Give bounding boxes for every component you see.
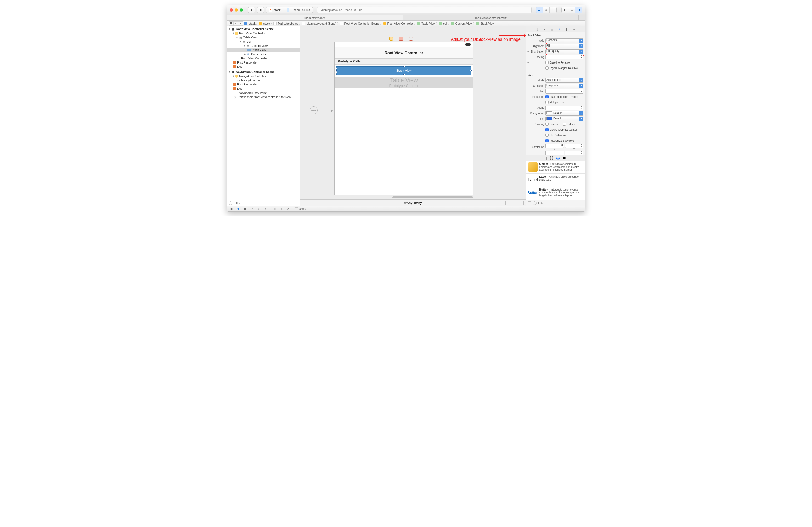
simulate-location-button[interactable]: ➤ xyxy=(286,207,291,211)
spacing-field[interactable]: 0▲▼ xyxy=(546,55,583,59)
stretch-y-field[interactable]: 0▲▼ xyxy=(565,144,584,148)
run-button[interactable]: ▶ xyxy=(248,7,255,13)
library-filter-input[interactable] xyxy=(538,201,583,205)
viewcontroller-indicator-icon[interactable] xyxy=(389,37,393,41)
step-out-button[interactable]: ↑ xyxy=(263,207,268,211)
resize-handle-left[interactable] xyxy=(336,70,337,71)
breakpoints-button[interactable]: ⬢ xyxy=(236,207,241,211)
clears-checkbox[interactable]: ✓Clears Graphics Context xyxy=(546,127,583,132)
clip-checkbox[interactable]: Clip Subviews xyxy=(546,133,583,137)
opaque-checkbox[interactable]: Opaque xyxy=(546,122,559,126)
zoom-window-button[interactable] xyxy=(240,9,243,12)
debug-process-selector[interactable]: stack xyxy=(295,207,306,210)
pause-button[interactable]: ▮▮ xyxy=(243,207,247,211)
multiple-touch-checkbox[interactable]: Multiple Touch xyxy=(546,100,583,104)
alignment-select[interactable]: Fill▾ xyxy=(546,44,583,48)
nav-bar[interactable]: Root View Controller xyxy=(335,47,473,59)
segue-handle[interactable]: ⟿ xyxy=(310,106,318,114)
size-inspector-tab[interactable]: ▮ xyxy=(564,27,569,31)
align-button[interactable] xyxy=(505,200,510,205)
object-library-tab[interactable]: ◎ xyxy=(556,155,560,161)
canvas[interactable]: Adjust your UIStackView as on image ⟿ Ro… xyxy=(300,26,526,206)
outline-filter-input[interactable] xyxy=(234,201,299,205)
minimize-window-button[interactable] xyxy=(235,9,238,12)
hidden-checkbox[interactable]: Hidden xyxy=(563,122,575,126)
resize-handle-right[interactable] xyxy=(470,70,472,71)
contentview-row[interactable]: ▼▭Content View xyxy=(227,44,300,48)
user-interaction-checkbox[interactable]: ✓User Interaction Enabled xyxy=(546,95,583,99)
library-filter[interactable] xyxy=(526,200,585,206)
exit-indicator-icon[interactable] xyxy=(409,37,413,41)
tab-tableviewcontroller[interactable]: TableViewController.swift xyxy=(403,15,579,20)
grid-view-button[interactable] xyxy=(528,201,531,205)
back-button[interactable]: ‹ xyxy=(233,21,238,26)
stack-view-element[interactable]: Stack View xyxy=(337,66,471,75)
exit-row-2[interactable]: Exit xyxy=(227,87,300,91)
media-library-tab[interactable]: ▣ xyxy=(563,155,566,161)
tableview-row[interactable]: ▼▤Table View xyxy=(227,35,300,40)
related-items-button[interactable]: ☰ xyxy=(229,21,233,26)
resolve-issues-button[interactable] xyxy=(519,200,524,205)
toggle-outline-button[interactable]: ▢ xyxy=(302,201,305,205)
quick-help-tab[interactable]: ? xyxy=(542,27,547,31)
close-window-button[interactable] xyxy=(230,9,233,12)
hide-debug-button[interactable]: ▣ xyxy=(229,207,234,211)
attributes-inspector-tab[interactable]: ⇣ xyxy=(557,27,562,31)
step-over-button[interactable]: ⤻ xyxy=(249,207,254,211)
autoresize-checkbox[interactable]: ✓Autoresize Subviews xyxy=(546,138,583,143)
debug-memory-button[interactable]: ◈ xyxy=(279,207,284,211)
forward-button[interactable]: › xyxy=(238,21,243,26)
add-tab-button[interactable]: ＋ xyxy=(579,15,585,20)
navcontroller-row[interactable]: ▼Navigation Controller xyxy=(227,74,300,78)
outline-filter[interactable] xyxy=(227,200,300,206)
first-responder-indicator-icon[interactable] xyxy=(399,37,403,41)
first-responder-row[interactable]: First Responder xyxy=(227,60,300,64)
version-editor-button[interactable]: ↔ xyxy=(550,7,556,13)
mode-select[interactable]: Scale To Fill▾ xyxy=(546,78,583,82)
library-item-label[interactable]: Label Label - A variably sized amount of… xyxy=(526,174,585,186)
stretch-h-field[interactable]: 1▲▼ xyxy=(565,151,584,155)
jump-bar[interactable]: ☰ ‹ › stack〉 stack〉 Main.storyboard〉 Mai… xyxy=(227,21,585,26)
stretch-w-field[interactable]: 1▲▼ xyxy=(546,151,564,155)
tint-select[interactable]: Default▾ xyxy=(546,117,583,121)
editor-mode-segment[interactable]: ☰ ⊘ ↔ xyxy=(536,7,557,13)
scene-frame[interactable]: Root View Controller Prototype Cells Sta… xyxy=(334,42,474,195)
debug-view-hierarchy-button[interactable]: ▥ xyxy=(272,207,277,211)
assistant-editor-button[interactable]: ⊘ xyxy=(543,7,550,13)
alpha-field[interactable]: 1▲▼ xyxy=(546,106,583,110)
toggle-utilities-button[interactable]: ◨ xyxy=(575,7,582,13)
viewcontroller-row[interactable]: ▼Root View Controller xyxy=(227,31,300,35)
cell-row[interactable]: ▼▭cell xyxy=(227,40,300,44)
constraints-row[interactable]: ▶⧈Constraints xyxy=(227,52,300,56)
embed-in-stack-button[interactable] xyxy=(498,200,503,205)
panel-toggle-segment[interactable]: ◧ ▤ ◨ xyxy=(561,7,582,13)
object-library[interactable]: Object - Provides a template for objects… xyxy=(526,161,585,200)
scene-row[interactable]: ▼▦Root View Controller Scene xyxy=(227,27,300,31)
navbar-row[interactable]: ▭Navigation Bar xyxy=(227,78,300,82)
library-item-object[interactable]: Object - Provides a template for objects… xyxy=(526,161,585,174)
axis-select[interactable]: Horizontal▾ xyxy=(546,39,583,43)
resize-handle-bottom[interactable] xyxy=(403,74,405,76)
code-snippet-library-tab[interactable]: { } xyxy=(550,155,553,160)
scheme-selector[interactable]: stack 〉 iPhone 6s Plus xyxy=(266,7,313,13)
semantic-select[interactable]: Unspecified▾ xyxy=(546,84,583,88)
navigation-item-row[interactable]: ‹Root View Controller xyxy=(227,56,300,60)
pin-button[interactable] xyxy=(512,200,517,205)
size-class-control[interactable]: wAny hAny xyxy=(404,201,422,205)
file-inspector-tab[interactable]: ▯ xyxy=(535,27,540,31)
layoutmargins-checkbox[interactable]: Layout Margins Relative xyxy=(546,66,583,70)
stretch-x-field[interactable]: 0▲▼ xyxy=(546,144,564,148)
prototype-cell[interactable]: Stack View xyxy=(335,64,473,77)
distribution-select[interactable]: Fill Equally▾ xyxy=(546,49,583,54)
tab-main-storyboard[interactable]: Main.storyboard xyxy=(227,15,403,20)
step-in-button[interactable]: ↓ xyxy=(256,207,261,211)
stackview-row[interactable]: Stack View xyxy=(227,48,300,52)
exit-row[interactable]: Exit xyxy=(227,64,300,69)
toggle-debug-area-button[interactable]: ▤ xyxy=(568,7,575,13)
nav-scene-row[interactable]: ▼▦Navigation Controller Scene xyxy=(227,70,300,74)
stop-button[interactable]: ■ xyxy=(257,7,264,13)
file-template-library-tab[interactable]: ▯ xyxy=(545,155,547,161)
identity-inspector-tab[interactable]: ▤ xyxy=(550,27,554,31)
tag-field[interactable]: 0▲▼ xyxy=(546,89,583,94)
toggle-navigator-button[interactable]: ◧ xyxy=(562,7,568,13)
